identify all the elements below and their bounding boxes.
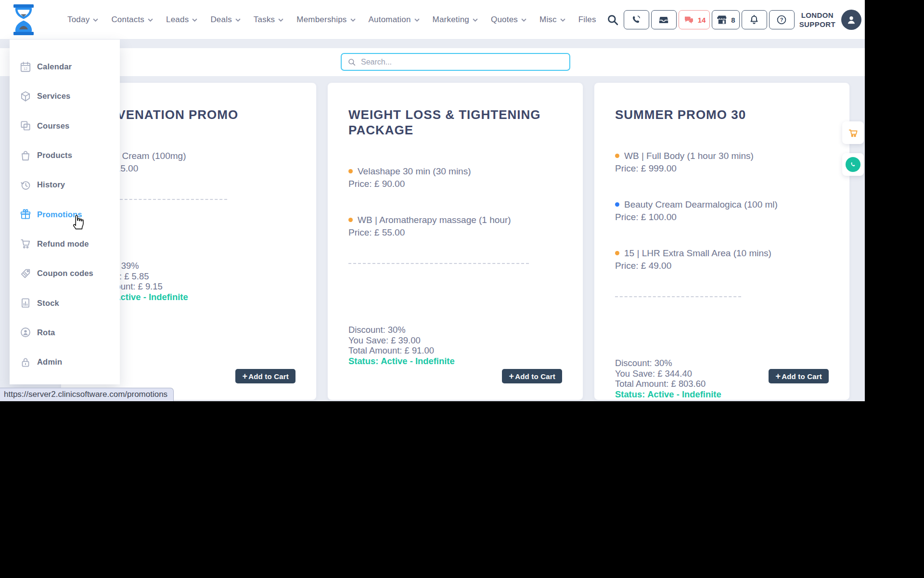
divider [348, 263, 529, 264]
plus-icon: + [509, 371, 514, 381]
divider [615, 296, 741, 297]
promo-item: WB | Aromatherapy massage (1 hour) Price… [348, 214, 562, 238]
discount-line: Discount: 30% [348, 325, 562, 335]
search-input[interactable] [361, 58, 564, 66]
sidebar-item-history[interactable]: History [10, 170, 120, 199]
sidebar-dropdown-menu: 12 Calendar Services Courses Products Hi… [10, 39, 120, 384]
item-price: Price: £ 100.00 [615, 211, 829, 223]
chevron-down-icon [278, 18, 283, 22]
promo-item: 15 | LHR Extra Small Area (10 mins) Pric… [615, 248, 829, 271]
chat-icon [683, 14, 695, 26]
sidebar-item-refund-mode[interactable]: Refund mode [10, 229, 120, 259]
phone-button[interactable] [624, 10, 649, 29]
card-title: SUMMER PROMO 30 [615, 107, 829, 122]
nav-quotes[interactable]: Quotes [491, 15, 526, 25]
nav-misc[interactable]: Misc [539, 15, 565, 25]
status-url-tooltip: https://server2.clinicsoftware.com/promo… [0, 388, 174, 401]
coupon-icon [19, 267, 32, 280]
promo-item: WB | Full Body (1 hour 30 mins) Price: £… [615, 150, 829, 174]
top-navigation-bar: Today Contacts Leads Deals Tasks Members… [0, 0, 865, 39]
nav-automation[interactable]: Automation [369, 15, 420, 25]
chevron-down-icon [414, 18, 420, 22]
chevron-down-icon [148, 18, 153, 22]
sidebar-item-stock[interactable]: Stock [10, 288, 120, 317]
nav-memberships[interactable]: Memberships [296, 15, 355, 25]
promo-item: Beauty Cream Dearmalogica (100 ml) Price… [615, 199, 829, 223]
item-bullet [615, 251, 619, 255]
help-button[interactable]: ? [769, 10, 795, 29]
floating-whatsapp-button[interactable] [842, 153, 864, 176]
sidebar-item-courses[interactable]: Courses [10, 111, 120, 141]
calendar-icon: 12 [19, 61, 32, 73]
status-line: Status:Active - Indefinite [615, 389, 829, 400]
nav-deals[interactable]: Deals [210, 15, 240, 25]
you-save-line: You Save: £ 39.00 [348, 335, 562, 346]
store-count-badge: 8 [731, 16, 735, 24]
chat-count-badge: 14 [698, 16, 706, 24]
item-price: Price: £ 90.00 [348, 178, 562, 189]
item-bullet [348, 169, 353, 173]
refund-cart-icon [19, 237, 32, 250]
item-price: Price: £ 999.00 [615, 163, 829, 174]
item-name: WB | Aromatherapy massage (1 hour) [358, 214, 511, 225]
sidebar-item-calendar[interactable]: 12 Calendar [10, 52, 120, 81]
nav-files[interactable]: Files [578, 15, 596, 25]
lock-icon [19, 356, 32, 368]
chevron-down-icon [235, 18, 241, 22]
help-icon: ? [776, 14, 787, 26]
sidebar-item-coupon-codes[interactable]: Coupon codes [10, 259, 120, 288]
notifications-button[interactable] [742, 10, 767, 29]
nav-marketing[interactable]: Marketing [433, 15, 478, 25]
user-icon [845, 13, 858, 26]
store-button[interactable]: 8 [712, 10, 739, 29]
add-to-cart-button[interactable]: +Add to Cart [235, 369, 295, 383]
item-bullet [348, 218, 353, 222]
nav-tasks[interactable]: Tasks [254, 15, 283, 25]
svg-text:12: 12 [24, 66, 27, 70]
sidebar-item-products[interactable]: Products [10, 141, 120, 170]
svg-text:?: ? [780, 17, 783, 23]
app-window: Today Contacts Leads Deals Tasks Members… [0, 0, 865, 401]
item-name: 15 | LHR Extra Small Area (10 mins) [624, 248, 771, 259]
courses-icon [19, 119, 32, 132]
item-name: Velashape 30 min (30 mins) [358, 166, 471, 177]
avatar[interactable] [841, 10, 861, 30]
chat-notifications-button[interactable]: 14 [679, 10, 710, 29]
add-to-cart-button[interactable]: +Add to Cart [502, 369, 562, 383]
sidebar-item-promotions[interactable]: Promotions [10, 199, 120, 229]
item-bullet [615, 154, 619, 158]
chevron-down-icon [350, 18, 356, 22]
search-toolbar [0, 48, 865, 76]
cart-icon [847, 127, 860, 139]
nav-contacts[interactable]: Contacts [111, 15, 153, 25]
cube-icon [19, 90, 32, 103]
add-to-cart-button[interactable]: +Add to Cart [769, 369, 829, 383]
stock-icon [19, 297, 32, 309]
inbox-icon [657, 14, 670, 26]
history-icon [19, 179, 32, 191]
nav-leads[interactable]: Leads [166, 15, 197, 25]
sidebar-item-admin[interactable]: Admin [10, 347, 120, 377]
chevron-down-icon [93, 18, 98, 22]
floating-cart-button[interactable] [842, 121, 864, 144]
bag-icon [19, 149, 32, 162]
store-icon [716, 14, 728, 26]
hourglass-logo[interactable] [13, 4, 34, 35]
nav-today[interactable]: Today [67, 15, 98, 25]
item-price: Price: £ 55.00 [348, 227, 562, 238]
chevron-down-icon [473, 18, 478, 22]
chevron-down-icon [560, 18, 565, 22]
plus-icon: + [242, 371, 247, 381]
sidebar-item-services[interactable]: Services [10, 81, 120, 111]
promo-card-summer: SUMMER PROMO 30 WB | Full Body (1 hour 3… [594, 82, 850, 400]
sidebar-item-rota[interactable]: Rota [10, 318, 120, 347]
topbar-actions: 14 8 ? LONDON SUPPORT [605, 0, 861, 39]
account-name: LONDON SUPPORT [799, 11, 835, 29]
search-icon[interactable] [605, 10, 620, 29]
item-price: Price: £ 49.00 [615, 260, 829, 271]
chevron-down-icon [521, 18, 526, 22]
card-title: WEIGHT LOSS & TIGHTENING PACKAGE [348, 107, 562, 138]
bell-icon [748, 14, 760, 26]
plus-icon: + [775, 371, 781, 381]
inbox-button[interactable] [651, 10, 677, 29]
